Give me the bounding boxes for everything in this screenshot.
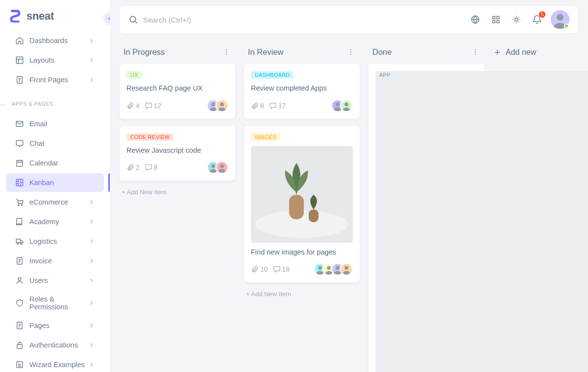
sidebar-item-label: Calendar [29,159,95,167]
search-input[interactable] [143,16,290,24]
card-title: Research FAQ page UX [126,84,228,93]
message-icon [145,163,152,171]
status-online-icon [564,23,569,28]
sidebar-item-label: Pages [29,322,88,329]
sidebar-item-label: eCommerce [29,198,88,206]
chat-icon [15,139,24,148]
kanban-card[interactable]: CODE REVIEWReview Javascript code28 [120,126,235,181]
sidebar-item-label: Logistics [29,237,88,245]
sidebar-item-layouts[interactable]: Layouts [6,51,104,70]
assignee-avatar [340,99,353,112]
comment-count: 18 [273,265,290,273]
notifications-button[interactable]: 5 [528,11,546,28]
chevron-right-icon [88,342,95,349]
sidebar-item-label: Email [29,120,95,128]
paperclip-icon [251,102,259,110]
sidebar-item-wizard-examples[interactable]: Wizard Examples [6,355,104,372]
invoice-icon [15,256,24,266]
comment-count: 12 [145,102,162,110]
attachment-count: 4 [126,102,140,110]
kanban-card[interactable]: DASHBOARDReview completed Apps817 [244,64,360,119]
card-image-placeholder [251,146,353,243]
sidebar-item-front-pages[interactable]: Front Pages [6,70,104,89]
card-tag: APP [375,71,588,372]
sidebar-item-dashboards[interactable]: Dashboards [6,31,104,50]
kanban-column: DoneAPPForms & Tables section14CHARTS & … [368,47,484,372]
chevron-right-icon [88,257,95,264]
kanban-card[interactable]: APPForms & Tables section14 [368,64,484,372]
message-icon [145,102,152,110]
attachment-count: 10 [251,265,268,273]
search-icon [128,15,138,24]
add-column-label: Add new [506,48,536,57]
assignees [331,99,353,112]
notification-badge: 5 [539,11,546,18]
chevron-right-icon [88,76,95,83]
add-column-button[interactable]: Add new [493,47,536,57]
file-icon [15,321,24,330]
sidebar-item-logistics[interactable]: Logistics [6,232,104,251]
sidebar-item-label: Invoice [29,257,88,265]
sun-icon [512,15,521,24]
sidebar-item-label: Roles & Permissions [29,295,88,311]
sidebar-item-authentications[interactable]: Authentications [6,336,104,354]
sidebar-item-invoice[interactable]: Invoice [6,252,104,270]
kanban-board: In ProgressUXResearch FAQ page UX412CODE… [110,33,588,372]
cart-icon [15,197,24,207]
card-title: Find new images for pages [251,248,353,257]
attachment-count: 8 [251,102,264,110]
column-menu-button[interactable] [221,47,231,57]
assignees [314,263,353,276]
assignee-avatar [216,161,228,174]
sidebar-item-academy[interactable]: Academy [6,212,104,231]
chevron-right-icon [88,361,95,368]
message-icon [273,265,281,273]
comment-count: 8 [145,163,158,171]
sidebar-item-email[interactable]: Email [6,115,104,133]
column-title: Done [372,47,392,57]
sidebar-item-calendar[interactable]: Calendar [6,154,104,172]
card-title: Review completed Apps [251,84,353,93]
wizard-icon [15,360,24,370]
brand-name: sneat [26,10,54,23]
card-tag: UX [126,71,142,79]
sidebar-item-chat[interactable]: Chat [6,134,104,153]
chevron-right-icon [88,37,95,44]
paperclip-icon [251,265,259,273]
paperclip-icon [126,102,134,110]
sidebar-item-users[interactable]: Users [6,271,104,290]
message-icon [269,102,277,110]
svg-rect-35 [289,195,304,219]
sidebar-collapse-button[interactable] [102,12,110,25]
chevron-right-icon [88,322,95,329]
dots-vertical-icon [222,48,230,56]
sidebar-item-label: Dashboards [29,37,88,45]
home-icon [15,36,24,46]
add-item-button[interactable]: + Add New Item [244,289,360,299]
theme-button[interactable] [508,11,525,28]
kanban-card[interactable]: UXResearch FAQ page UX412 [120,64,235,119]
user-menu[interactable] [551,10,569,29]
grid-icon [491,15,501,24]
sidebar-item-roles-permissions[interactable]: Roles & Permissions [6,291,104,315]
truck-icon [15,236,24,246]
cal-icon [15,158,24,168]
sidebar-item-ecommerce[interactable]: eCommerce [6,193,104,211]
kanban-card[interactable]: IMAGESFind new images for pages1018 [244,126,360,283]
sidebar-item-label: Authentications [29,341,88,349]
kanban-column: In ProgressUXResearch FAQ page UX412CODE… [120,47,235,197]
sidebar-item-pages[interactable]: Pages [6,316,104,335]
brand[interactable]: sneat [0,0,110,27]
column-menu-button[interactable] [346,47,356,57]
sidebar-item-kanban[interactable]: Kanban [6,173,104,192]
language-button[interactable] [466,11,484,28]
column-menu-button[interactable] [470,47,480,57]
apps-button[interactable] [487,11,505,28]
search[interactable] [128,15,466,24]
comment-count: 17 [269,102,286,110]
sidebar-item-label: Academy [29,218,88,226]
assignee-avatar [340,263,353,276]
assignees [207,161,228,174]
chevron-right-icon [88,277,95,284]
add-item-button[interactable]: + Add New Item [120,187,235,197]
